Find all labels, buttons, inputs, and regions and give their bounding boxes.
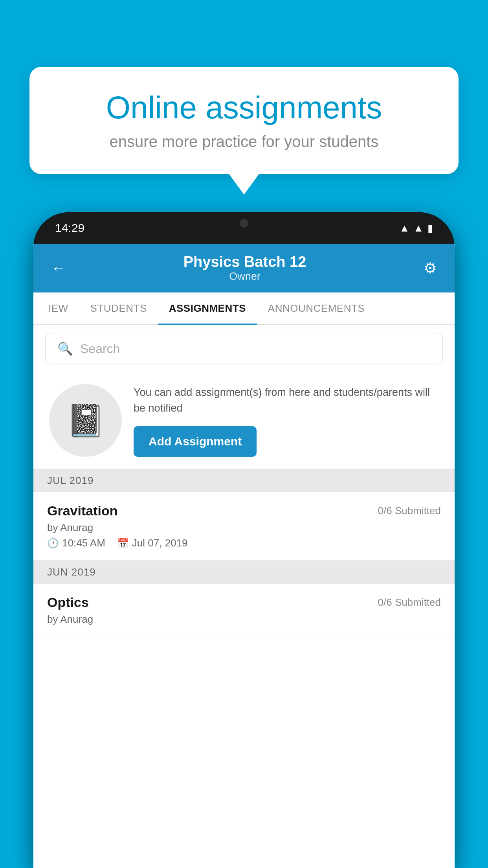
search-icon: 🔍 [57, 341, 73, 356]
promo-icon-circle: 📓 [49, 384, 122, 457]
assignment-submitted: 0/6 Submitted [378, 505, 441, 517]
camera [240, 219, 248, 228]
calendar-icon: 📅 [117, 538, 129, 549]
assignment-optics-submitted: 0/6 Submitted [378, 596, 441, 609]
assignment-row1: Gravitation 0/6 Submitted [47, 503, 441, 519]
clock-icon: 🕐 [47, 538, 59, 549]
tab-assignments[interactable]: ASSIGNMENTS [158, 292, 257, 324]
back-button[interactable]: ← [51, 260, 66, 277]
assignment-optics-author: by Anurag [47, 613, 441, 625]
tab-students[interactable]: STUDENTS [79, 292, 158, 324]
add-assignment-button[interactable]: Add Assignment [134, 426, 257, 457]
battery-icon: ▮ [427, 222, 433, 234]
assignment-gravitation[interactable]: Gravitation 0/6 Submitted by Anurag 🕐 10… [33, 492, 455, 561]
notebook-icon: 📓 [66, 402, 105, 439]
meta-time: 🕐 10:45 AM [47, 537, 105, 549]
app-content: ← Physics Batch 12 Owner ⚙ IEW STUDENTS … [33, 244, 455, 868]
header-center: Physics Batch 12 Owner [183, 254, 306, 283]
month-header-jul: JUL 2019 [33, 469, 455, 492]
assignment-optics[interactable]: Optics 0/6 Submitted by Anurag [33, 584, 455, 640]
search-container: 🔍 Search [33, 325, 455, 372]
promo-right: You can add assignment(s) from here and … [134, 384, 439, 457]
status-bar: 14:29 ▲ ▲ ▮ [33, 212, 455, 244]
tab-iew[interactable]: IEW [37, 292, 79, 324]
promo-card: Online assignments ensure more practice … [29, 67, 459, 174]
assignment-time: 10:45 AM [62, 537, 105, 549]
assignment-optics-row1: Optics 0/6 Submitted [47, 595, 441, 610]
assignment-name: Gravitation [47, 503, 117, 519]
status-time: 14:29 [55, 221, 84, 235]
signal-icon: ▲ [413, 222, 424, 234]
meta-date: 📅 Jul 07, 2019 [117, 537, 188, 549]
promo-subtitle: ensure more practice for your students [57, 133, 431, 151]
assignment-meta: 🕐 10:45 AM 📅 Jul 07, 2019 [47, 537, 441, 549]
promo-description: You can add assignment(s) from here and … [134, 384, 439, 416]
phone-frame: 14:29 ▲ ▲ ▮ ← Physics Batch 12 Owner ⚙ I… [33, 212, 455, 868]
month-header-jun: JUN 2019 [33, 561, 455, 584]
settings-icon[interactable]: ⚙ [424, 259, 437, 277]
month-label-jun: JUN 2019 [47, 566, 96, 578]
promo-section: 📓 You can add assignment(s) from here an… [33, 372, 455, 469]
assignment-date: Jul 07, 2019 [132, 537, 188, 549]
search-bar[interactable]: 🔍 Search [45, 333, 443, 364]
header-subtitle: Owner [183, 270, 306, 283]
tabs-bar: IEW STUDENTS ASSIGNMENTS ANNOUNCEMENTS [33, 292, 455, 325]
app-header: ← Physics Batch 12 Owner ⚙ [33, 244, 455, 292]
tab-announcements[interactable]: ANNOUNCEMENTS [257, 292, 376, 324]
status-icons: ▲ ▲ ▮ [400, 222, 433, 234]
header-title: Physics Batch 12 [183, 254, 306, 270]
assignment-author: by Anurag [47, 522, 441, 534]
promo-title: Online assignments [57, 90, 431, 125]
assignment-optics-name: Optics [47, 595, 89, 610]
month-label-jul: JUL 2019 [47, 474, 94, 486]
search-input[interactable]: Search [80, 342, 120, 356]
wifi-icon: ▲ [400, 222, 410, 234]
notch [213, 212, 275, 234]
